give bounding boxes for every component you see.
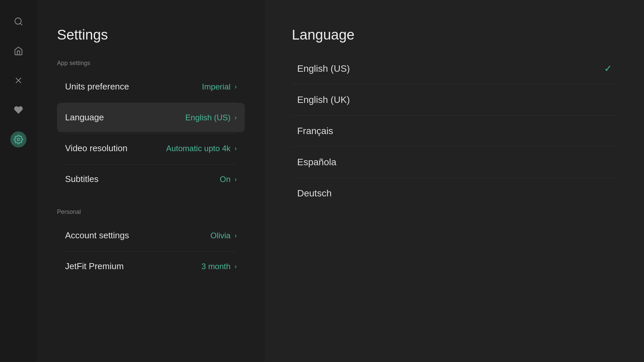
units-preference-label: Units preference — [65, 81, 129, 92]
account-settings-label: Account settings — [65, 230, 129, 241]
units-preference-item[interactable]: Units preference Imperial › — [57, 72, 245, 101]
subtitles-chevron: › — [234, 175, 237, 183]
search-icon[interactable] — [10, 13, 26, 29]
language-panel-title: Language — [292, 27, 617, 43]
jetfit-premium-item[interactable]: JetFit Premium 3 month › — [57, 252, 245, 281]
jetfit-premium-value-group: 3 month › — [202, 262, 237, 271]
language-item[interactable]: Language English (US) › — [57, 103, 245, 132]
subtitles-item[interactable]: Subtitles On › — [57, 165, 245, 194]
video-resolution-value-group: Automatic upto 4k › — [166, 144, 237, 153]
language-value: English (US) — [185, 113, 231, 122]
units-preference-value: Imperial — [202, 82, 230, 92]
personal-settings-list: Account settings Olivia › JetFit Premium… — [57, 221, 245, 282]
language-list: English (US) ✓ English (UK) Français Esp… — [292, 53, 617, 209]
account-settings-item[interactable]: Account settings Olivia › — [57, 221, 245, 250]
units-preference-chevron: › — [234, 83, 237, 90]
video-resolution-value: Automatic upto 4k — [166, 144, 230, 153]
svg-line-1 — [20, 23, 22, 25]
settings-icon[interactable] — [10, 131, 26, 147]
language-option-francais-label: Français — [297, 126, 333, 136]
app-settings-label: App settings — [57, 60, 245, 67]
language-label: Language — [65, 112, 104, 123]
app-settings-list: Units preference Imperial › Language Eng… — [57, 72, 245, 195]
language-option-english-us[interactable]: English (US) ✓ — [292, 53, 617, 84]
language-option-espanola[interactable]: Española — [292, 147, 617, 178]
home-icon[interactable] — [10, 43, 26, 59]
account-settings-value: Olivia — [210, 231, 230, 240]
language-option-english-uk[interactable]: English (UK) — [292, 84, 617, 116]
page-title: Settings — [57, 27, 245, 43]
units-preference-value-group: Imperial › — [202, 82, 237, 92]
language-option-english-uk-label: English (UK) — [297, 95, 350, 105]
subtitles-label: Subtitles — [65, 174, 99, 184]
workout-icon[interactable] — [10, 72, 26, 88]
subtitles-value: On — [220, 175, 230, 184]
language-option-deutsch[interactable]: Deutsch — [292, 178, 617, 209]
jetfit-premium-value: 3 month — [202, 262, 231, 271]
language-option-deutsch-label: Deutsch — [297, 188, 332, 199]
language-option-english-us-label: English (US) — [297, 63, 350, 74]
account-settings-value-group: Olivia › — [210, 231, 237, 240]
language-option-espanola-label: Española — [297, 157, 336, 168]
language-value-group: English (US) › — [185, 113, 237, 122]
favorites-icon[interactable] — [10, 102, 26, 118]
jetfit-premium-chevron: › — [234, 262, 237, 270]
settings-panel: Settings App settings Units preference I… — [37, 0, 265, 362]
language-selected-checkmark: ✓ — [604, 63, 612, 74]
jetfit-premium-label: JetFit Premium — [65, 261, 124, 272]
video-resolution-item[interactable]: Video resolution Automatic upto 4k › — [57, 134, 245, 163]
personal-label: Personal — [57, 208, 245, 216]
video-resolution-label: Video resolution — [65, 143, 127, 154]
account-settings-chevron: › — [234, 232, 237, 239]
language-panel: Language English (US) ✓ English (UK) Fra… — [265, 0, 644, 362]
video-resolution-chevron: › — [234, 144, 237, 152]
subtitles-value-group: On › — [220, 175, 237, 184]
sidebar — [0, 0, 37, 362]
svg-point-4 — [17, 138, 20, 141]
language-option-francais[interactable]: Français — [292, 116, 617, 147]
language-chevron: › — [234, 114, 237, 121]
